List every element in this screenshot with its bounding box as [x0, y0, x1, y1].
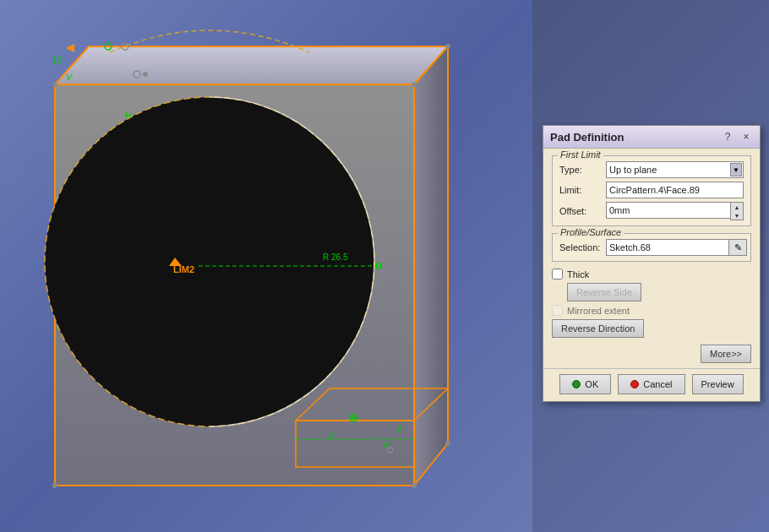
cancel-dot — [630, 380, 639, 388]
cancel-label: Cancel — [643, 379, 672, 389]
selection-label: Selection: — [559, 242, 606, 252]
thick-label: Thick — [567, 269, 589, 280]
thick-checkbox[interactable] — [552, 269, 563, 280]
type-label: Type: — [559, 165, 606, 175]
offset-label: Offset: — [559, 206, 606, 216]
svg-point-31 — [52, 483, 57, 488]
reverse-direction-button[interactable]: Reverse Direction — [552, 319, 644, 338]
svg-point-28 — [52, 82, 57, 87]
svg-marker-2 — [55, 46, 448, 84]
dialog-title: Pad Definition — [550, 131, 624, 144]
mirrored-row: Mirrored extent — [552, 305, 751, 316]
mirrored-checkbox[interactable] — [552, 305, 563, 316]
svg-point-4 — [45, 97, 374, 426]
svg-marker-3 — [414, 46, 448, 486]
more-button[interactable]: More>> — [701, 345, 751, 363]
help-button[interactable]: ? — [721, 130, 734, 144]
more-btn-row: More>> — [543, 345, 760, 365]
offset-input[interactable] — [606, 202, 730, 219]
reverse-side-wrapper: Reverse Side — [567, 283, 751, 301]
cad-viewport: V H 12 LIM2 R 26.5 V H 2 — [0, 0, 532, 532]
dialog-body: First Limit Type: Up to plane Dimension … — [543, 149, 760, 345]
limit-input[interactable] — [606, 182, 744, 198]
reverse-side-button[interactable]: Reverse Side — [567, 283, 641, 301]
ok-button[interactable]: OK — [559, 374, 611, 394]
limit-label: Limit: — [559, 185, 606, 195]
type-select-wrapper[interactable]: Up to plane Dimension Up to next Up to l… — [606, 161, 744, 178]
close-button[interactable]: × — [739, 130, 753, 144]
selection-row: Selection: ✎ — [559, 239, 744, 256]
first-limit-label: First Limit — [558, 149, 603, 160]
svg-text:12: 12 — [52, 56, 63, 65]
svg-point-14 — [143, 72, 148, 77]
svg-text:2: 2 — [397, 425, 402, 434]
svg-point-32 — [445, 44, 450, 49]
type-select[interactable]: Up to plane Dimension Up to next Up to l… — [606, 161, 744, 178]
offset-spinners: ▲ ▼ — [730, 202, 744, 220]
ok-label: OK — [585, 379, 598, 389]
selection-edit-button[interactable]: ✎ — [728, 239, 747, 256]
dialog-titlebar: Pad Definition ? × — [543, 126, 760, 149]
first-limit-group: First Limit Type: Up to plane Dimension … — [552, 155, 751, 226]
svg-text:R 26.5: R 26.5 — [323, 252, 348, 262]
offset-row: Offset: ▲ ▼ — [559, 202, 744, 220]
svg-point-29 — [412, 82, 417, 87]
svg-text:H: H — [125, 110, 132, 120]
reverse-direction-row: Reverse Direction — [552, 319, 751, 338]
pad-definition-dialog: Pad Definition ? × First Limit Type: Up … — [543, 125, 761, 402]
dialog-footer: OK Cancel Preview — [543, 368, 760, 401]
type-row: Type: Up to plane Dimension Up to next U… — [559, 161, 744, 178]
ok-dot — [572, 380, 581, 388]
dialog-controls: ? × — [721, 130, 753, 144]
cancel-button[interactable]: Cancel — [618, 374, 684, 394]
thick-row: Thick — [552, 269, 751, 280]
profile-surface-group: Profile/Surface Selection: ✎ — [552, 233, 751, 262]
selection-input-wrapper: ✎ — [606, 239, 747, 256]
offset-spin-up[interactable]: ▲ — [731, 203, 743, 211]
mirrored-label: Mirrored extent — [567, 306, 630, 316]
offset-input-wrapper: ▲ ▼ — [606, 202, 744, 220]
selection-input[interactable] — [606, 239, 728, 256]
svg-point-33 — [445, 441, 450, 446]
limit-row: Limit: — [559, 182, 744, 198]
profile-surface-label: Profile/Surface — [558, 227, 624, 237]
preview-button[interactable]: Preview — [692, 374, 744, 394]
svg-point-22 — [352, 416, 355, 420]
svg-point-30 — [412, 483, 417, 488]
offset-spin-down[interactable]: ▼ — [731, 211, 743, 220]
